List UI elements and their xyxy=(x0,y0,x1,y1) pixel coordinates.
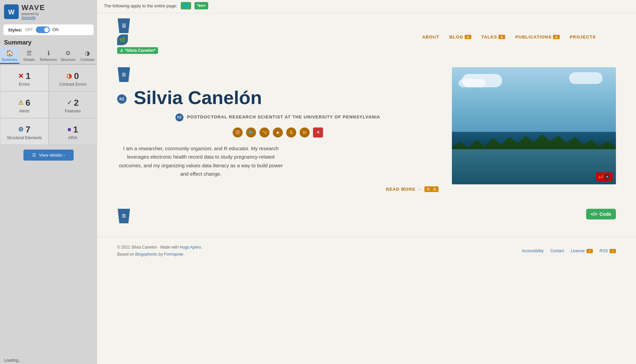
stat-alerts[interactable]: ⚠ 6 Alerts xyxy=(0,91,49,118)
styles-on-label: ON xyxy=(53,27,59,32)
summary-tab-icon: 🏠 xyxy=(6,50,13,57)
css3-icon: ☰ xyxy=(117,18,131,33)
hugo-link[interactable]: Hugo Apéro. xyxy=(180,245,202,250)
page-global-bar: The following apply to the entire page: … xyxy=(97,0,636,13)
nav-projects[interactable]: PROJECTS xyxy=(570,34,596,39)
blog-warn-badge: ⚠ xyxy=(465,35,471,39)
hero-water xyxy=(452,149,616,184)
lang-label: *en+ xyxy=(197,3,206,8)
tab-reference[interactable]: ℹ Reference xyxy=(39,48,58,64)
alert-count: 6 xyxy=(25,98,30,108)
styles-toggle[interactable] xyxy=(36,26,50,33)
stat-structural[interactable]: ⚙ 7 Structural Elements xyxy=(0,118,49,145)
hero-name: h1 Silvia Canelón xyxy=(117,87,439,108)
reference-tab-icon: ℹ xyxy=(48,50,50,57)
alert-icon: ⚠ xyxy=(18,99,23,106)
svg-text:W: W xyxy=(8,8,15,16)
read-more-link[interactable]: READ MORE → ⚠ ⚠ xyxy=(117,186,439,192)
footer-based-on: Based on Blogophonic by Formspree. xyxy=(117,251,202,258)
stat-features[interactable]: ✓ 2 Features xyxy=(49,91,97,118)
loading-text: Loading... xyxy=(4,358,22,363)
stat-errors[interactable]: ✕ 1 Errors xyxy=(0,65,49,91)
footer-rss[interactable]: RSS ⚠ xyxy=(600,249,616,253)
struct-label: Structural Elements xyxy=(7,135,42,140)
error-overlay-icon: ⮐ xyxy=(599,174,603,179)
view-details-button[interactable]: ☰ View details › xyxy=(23,150,74,161)
formspree-link[interactable]: Formspree. xyxy=(164,252,184,257)
code-icon: </> xyxy=(591,211,598,217)
lang-indicator[interactable]: *en+ xyxy=(194,2,209,9)
nav-blog[interactable]: BLOG ⚠ xyxy=(449,34,471,39)
hero-image: ⮐ ✕ xyxy=(452,67,616,184)
aria-icon: ■ xyxy=(68,126,71,133)
bottom-section: ☰ </> Code xyxy=(97,205,636,223)
stat-aria[interactable]: ■ 1 ARIA xyxy=(49,118,97,145)
stats-grid: ✕ 1 Errors ◑ 0 Contrast Errors ⚠ 6 Alert… xyxy=(0,65,97,145)
nav-publications[interactable]: PUBLICATIONS ⚠ xyxy=(515,34,560,39)
social-twitter[interactable]: 🐦 xyxy=(246,127,256,138)
read-more-warn-badge: ⚠ ⚠ xyxy=(424,186,439,192)
read-more-label: READ MORE → xyxy=(386,187,422,192)
globe-indicator[interactable]: 🌐 xyxy=(181,2,191,9)
loading-bar: Loading... xyxy=(0,357,97,364)
code-label: Code xyxy=(600,211,611,217)
contrast-error-label: Contrast Errors xyxy=(59,82,86,87)
nav-about[interactable]: ABOUT xyxy=(422,34,439,39)
leaf-icon: 🌿 xyxy=(117,34,128,45)
publications-warn-badge: ⚠ xyxy=(553,35,560,39)
footer-accessibility[interactable]: Accessibility xyxy=(522,249,544,253)
nav-talks[interactable]: TALKS ⚠ xyxy=(481,34,505,39)
footer-css-icon: ☰ xyxy=(117,209,131,223)
alert-label: Alerts xyxy=(19,109,29,113)
error-close-icon[interactable]: ✕ xyxy=(605,174,610,179)
page-global-text: The following apply to the entire page: xyxy=(104,3,177,8)
hero-css-icon: ☰ xyxy=(117,67,131,82)
structure-tab-icon: ⚙ xyxy=(65,50,71,57)
contrast-error-count: 0 xyxy=(74,71,79,81)
aria-count: 1 xyxy=(73,124,78,135)
license-warn-badge: ⚠ xyxy=(586,249,593,253)
tab-structure[interactable]: ⚙ Structure xyxy=(58,48,78,64)
footer-license[interactable]: License ⚠ xyxy=(571,249,593,253)
contrast-tab-label: Contrast xyxy=(80,58,94,62)
hero-section: ☰ h1 Silvia Canelón h2 POSTDOCTORAL RESE… xyxy=(97,54,636,205)
error-icon: ✕ xyxy=(18,72,24,80)
details-tab-label: Details xyxy=(23,58,35,62)
contrast-error-icon: ◑ xyxy=(67,72,72,80)
tab-bar: 🏠 Summary ☰ Details ℹ Reference ⚙ Struct… xyxy=(0,48,97,65)
feature-label: Features xyxy=(65,109,81,113)
code-badge[interactable]: </> Code xyxy=(586,209,616,219)
main-content: The following apply to the entire page: … xyxy=(97,0,636,364)
social-linkedin[interactable]: in xyxy=(300,127,310,138)
error-label: Errors xyxy=(19,82,30,87)
tab-contrast[interactable]: ◑ Contrast xyxy=(78,48,97,64)
social-orcid[interactable]: Ⓞ xyxy=(233,127,243,138)
wave-title: WAVE xyxy=(21,3,45,12)
structure-tab-label: Structure xyxy=(61,58,76,62)
stat-contrast-errors[interactable]: ◑ 0 Contrast Errors xyxy=(49,65,97,91)
site-footer: © 2021 Silvia Canelón · Made with Hugo A… xyxy=(97,237,636,265)
social-github[interactable]: ⌥ xyxy=(259,127,269,138)
blogophonic-link[interactable]: Blogophonic xyxy=(135,252,157,257)
webaim-link[interactable]: WebAIM xyxy=(21,16,45,20)
hero-subtitle: h2 POSTDOCTORAL RESEARCH SCIENTIST AT TH… xyxy=(117,113,439,121)
error-overlay[interactable]: ⮐ ✕ xyxy=(596,172,613,181)
social-scholar[interactable]: S xyxy=(286,127,296,138)
person-badge[interactable]: ⚠ *Silvia Canelón* xyxy=(117,47,158,54)
social-icons: Ⓞ 🐦 ⌥ ◈ S in ✕ xyxy=(117,127,439,138)
social-x[interactable]: ✕ xyxy=(313,127,323,138)
footer-right: Accessibility Contact License ⚠ RSS ⚠ xyxy=(522,249,616,253)
tab-details[interactable]: ☰ Details xyxy=(19,48,39,64)
summary-title: Summary xyxy=(0,38,97,48)
styles-label: Styles: xyxy=(8,27,22,32)
view-details-icon: ☰ xyxy=(32,153,36,158)
error-count: 1 xyxy=(26,71,30,81)
powered-by-label: powered by xyxy=(21,12,45,16)
social-dev[interactable]: ◈ xyxy=(273,127,283,138)
footer-contact[interactable]: Contact xyxy=(550,249,564,253)
contrast-tab-icon: ◑ xyxy=(85,50,90,57)
feature-icon: ✓ xyxy=(67,99,72,106)
tab-summary[interactable]: 🏠 Summary xyxy=(0,48,19,64)
struct-count: 7 xyxy=(25,124,30,135)
person-badge-label: *Silvia Canelón* xyxy=(125,48,155,53)
